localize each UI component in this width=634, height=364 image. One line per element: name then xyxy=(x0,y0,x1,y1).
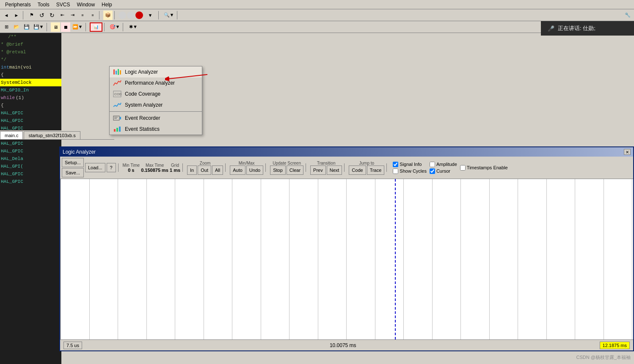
la-status-bar: 7.5 us 10.0075 ms 12.1875 ms xyxy=(60,339,633,350)
dropdown-label-event-recorder: Event Recorder xyxy=(125,115,160,121)
tb-redo[interactable]: ↻ xyxy=(47,11,57,20)
la-prev-btn[interactable]: Prev xyxy=(310,165,326,175)
dropdown-label-event-statistics: Event Statistics xyxy=(125,126,160,132)
tb-d1[interactable] xyxy=(119,11,126,19)
code-brace2: { xyxy=(1,103,4,108)
tb2-sep-4 xyxy=(123,23,125,31)
tb-d3[interactable] xyxy=(135,11,143,19)
grid-line xyxy=(175,179,175,339)
la-amplitude-checkbox[interactable] xyxy=(430,162,435,167)
tb-indent-left[interactable]: ⇤ xyxy=(58,11,67,20)
code-hal6: HAL_GPIC xyxy=(1,149,23,154)
la-grid-label: Grid xyxy=(171,163,179,168)
tb2-step[interactable]: ⏩▼ xyxy=(71,22,84,32)
code-while-kw: while xyxy=(1,95,15,100)
la-title: Logic Analyzer xyxy=(63,149,96,155)
tb2-new[interactable]: ⊞ xyxy=(2,22,11,32)
code-comment-3: * @retval xyxy=(1,50,26,55)
code-hal7: HAL_Dela xyxy=(1,156,23,161)
dropdown-item-logic-analyzer[interactable]: Logic Analyzer xyxy=(110,66,202,77)
tb2-stop[interactable]: ⏹ xyxy=(61,22,70,32)
code-comment-2: * @brief xyxy=(1,42,23,47)
la-status-time3: 12.1875 ms xyxy=(600,342,630,349)
tb-build[interactable]: 📦 xyxy=(103,11,113,20)
la-cursor-label: Cursor xyxy=(436,168,450,174)
dropdown-item-code-coverage[interactable]: CODE Code Coverage xyxy=(110,88,202,99)
tb-align-left[interactable]: ≡ xyxy=(78,11,87,20)
la-timestamps-group: Timestamps Enable xyxy=(460,165,508,171)
tb-forward[interactable]: ► xyxy=(12,11,21,20)
grid-line xyxy=(318,179,318,339)
tb-dropdown[interactable]: ▼ xyxy=(144,11,157,20)
la-load-btn[interactable]: Load... xyxy=(85,163,105,172)
la-undo-btn[interactable]: Undo xyxy=(246,165,263,175)
svg-rect-12 xyxy=(119,127,121,132)
la-setup-btn[interactable]: Setup... xyxy=(62,158,84,167)
tb-indent-right[interactable]: ⇥ xyxy=(68,11,77,20)
la-close-button[interactable]: ✕ xyxy=(624,149,631,155)
grid-line xyxy=(375,179,375,339)
code-mx-gpio: MX_GPIO_In xyxy=(1,88,29,93)
la-signal-info-checkbox[interactable] xyxy=(393,162,398,167)
la-maxtime-value: 0.150875 ms xyxy=(141,168,168,173)
tb2-target[interactable]: 🎯▼ xyxy=(108,22,121,32)
tb2-extra[interactable]: ✱▼ xyxy=(127,22,140,32)
dropdown-menu: Logic Analyzer Performance Analyzer CODE… xyxy=(109,66,202,135)
svg-rect-0 xyxy=(113,69,115,74)
la-next-btn[interactable]: Next xyxy=(327,165,342,175)
la-code-btn[interactable]: Code xyxy=(349,165,366,175)
dropdown-label-logic-analyzer: Logic Analyzer xyxy=(125,69,158,75)
tb2-dbg[interactable]: 🖥 xyxy=(51,22,60,32)
tb-sep-1 xyxy=(23,11,25,19)
la-clear-btn[interactable]: Clear xyxy=(287,165,303,175)
la-minmax-label: Min/Max xyxy=(239,161,255,165)
la-toolbar-row1: Setup... Save... Load... ? Min Time 0 s … xyxy=(60,157,633,179)
la-trace-btn[interactable]: Trace xyxy=(367,165,385,175)
la-update-section: Update Screen Stop Clear xyxy=(270,161,303,175)
la-sep-6 xyxy=(344,163,347,172)
code-hal8: HAL_GPI( xyxy=(1,164,23,169)
svg-rect-3 xyxy=(120,70,121,74)
la-save-btn[interactable]: Save... xyxy=(62,168,84,177)
grid-line xyxy=(89,179,90,339)
tb2-saveall[interactable]: 💾▼ xyxy=(32,22,45,32)
tab-startup[interactable]: startup_stm32f103xb.s xyxy=(24,131,80,139)
tb-settings[interactable]: 🔧 xyxy=(623,11,632,20)
la-zoom-out-btn[interactable]: Out xyxy=(198,165,211,175)
dropdown-separator xyxy=(110,111,202,112)
dropdown-item-event-statistics[interactable]: Event Statistics xyxy=(110,124,202,135)
la-timestamps-checkbox[interactable] xyxy=(460,165,466,171)
la-help-btn[interactable]: ? xyxy=(107,163,116,172)
la-zoom-in-btn[interactable]: In xyxy=(187,165,197,175)
tb-align-right[interactable]: ≡ xyxy=(88,11,97,20)
menu-help[interactable]: Help xyxy=(98,1,116,8)
tb2-save[interactable]: 💾 xyxy=(22,22,31,32)
tb-magnify[interactable]: 🔍▼ xyxy=(163,11,175,20)
menu-peripherals[interactable]: Peripherals xyxy=(2,1,34,8)
tb-back[interactable]: ◄ xyxy=(2,11,11,20)
tb2-analyze[interactable]: 📊 xyxy=(90,22,102,32)
la-stop-btn[interactable]: Stop xyxy=(270,165,286,175)
main-area: 5: SystemClock_Config(); 00B74 F7FFFC2 B… xyxy=(0,33,634,364)
dropdown-item-system-analyzer[interactable]: System Analyzer xyxy=(110,99,202,110)
la-amplitude-group: Amplitude xyxy=(430,162,457,167)
la-cursor-checkbox[interactable] xyxy=(430,168,435,174)
dropdown-item-performance-analyzer[interactable]: Performance Analyzer xyxy=(110,77,202,88)
la-auto-btn[interactable]: Auto xyxy=(230,165,245,175)
la-show-cycles-checkbox[interactable] xyxy=(393,168,398,174)
la-waveform-area[interactable] xyxy=(61,179,633,339)
menu-svcs[interactable]: SVCS xyxy=(53,1,74,8)
tb-bookmark[interactable]: ⚑ xyxy=(27,11,36,20)
grid-line xyxy=(403,179,404,339)
menu-window[interactable]: Window xyxy=(73,1,98,8)
tb-undo[interactable]: ↺ xyxy=(37,11,47,20)
menu-tools[interactable]: Tools xyxy=(34,1,53,8)
tab-main-c[interactable]: main.c xyxy=(0,131,23,139)
tb2-open[interactable]: 📂 xyxy=(12,22,21,32)
tb-d2[interactable] xyxy=(127,11,135,19)
la-maxtime-label: Max Time xyxy=(146,163,164,168)
grid-line xyxy=(289,179,289,339)
code-comment-1: /** xyxy=(8,34,17,39)
la-zoom-all-btn[interactable]: All xyxy=(212,165,223,175)
dropdown-item-event-recorder[interactable]: Event Recorder xyxy=(110,113,202,124)
